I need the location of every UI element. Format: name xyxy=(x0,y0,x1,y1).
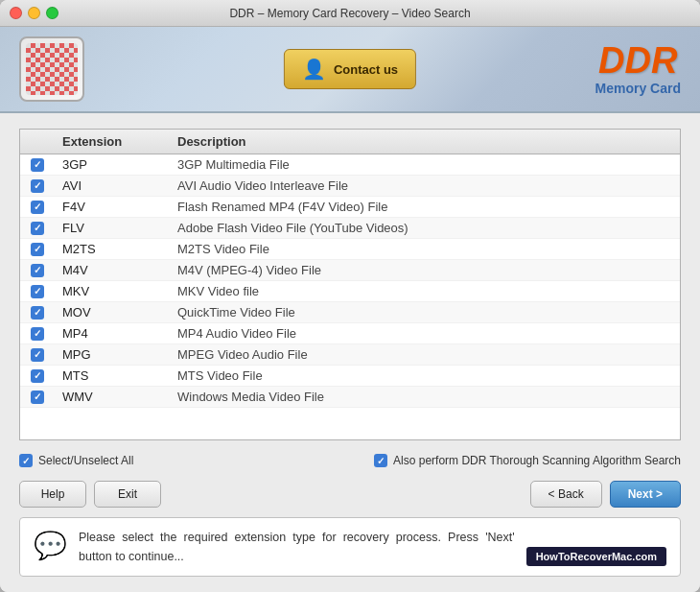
main-window: DDR – Memory Card Recovery – Video Searc… xyxy=(0,0,700,592)
row-checkbox-f4v[interactable] xyxy=(31,201,44,214)
bottom-controls: Select/Unselect All Also perform DDR Tho… xyxy=(19,450,681,471)
row-check-cell xyxy=(20,285,55,298)
row-extension: MPG xyxy=(55,347,170,362)
row-description: M4V (MPEG-4) Video File xyxy=(170,263,680,277)
row-checkbox-m4v[interactable] xyxy=(31,264,44,277)
row-description: QuickTime Video File xyxy=(170,305,680,320)
header: 👤 Contact us DDR Memory Card xyxy=(0,27,700,113)
row-description: Adobe Flash Video File (YouTube Videos) xyxy=(170,221,680,235)
row-check-cell xyxy=(20,158,55,172)
table-row: MTS MTS Video File xyxy=(20,366,680,387)
table-row: 3GP 3GP Multimedia File xyxy=(20,154,680,176)
contact-button[interactable]: 👤 Contact us xyxy=(284,49,416,89)
select-all-label: Select/Unselect All xyxy=(38,454,133,467)
file-type-table: Extension Description 3GP 3GP Multimedia… xyxy=(19,129,681,440)
row-checkbox-avi[interactable] xyxy=(31,179,44,193)
select-all-area: Select/Unselect All xyxy=(19,454,133,467)
close-button[interactable] xyxy=(10,7,22,19)
row-checkbox-mp4[interactable] xyxy=(31,327,44,341)
thorough-scan-label: Also perform DDR Thorough Scanning Algor… xyxy=(393,454,681,467)
row-description: MP4 Audio Video File xyxy=(170,326,680,341)
row-description: AVI Audio Video Interleave File xyxy=(170,178,680,193)
brand-subtitle: Memory Card xyxy=(595,81,681,96)
row-extension: WMV xyxy=(55,390,170,404)
window-title: DDR – Memory Card Recovery – Video Searc… xyxy=(229,7,470,20)
header-extension-col: Extension xyxy=(55,134,170,149)
back-button[interactable]: < Back xyxy=(530,481,602,508)
table-header: Extension Description xyxy=(20,130,680,154)
table-row: WMV Windows Media Video File xyxy=(20,387,680,408)
row-checkbox-wmv[interactable] xyxy=(31,391,44,404)
table-row: MPG MPEG Video Audio File xyxy=(20,344,680,366)
row-check-cell xyxy=(20,264,55,277)
right-buttons: < Back Next > xyxy=(530,481,681,508)
row-checkbox-m2ts[interactable] xyxy=(31,243,44,256)
table-row: M4V M4V (MPEG-4) Video File xyxy=(20,260,680,281)
table-row: F4V Flash Renamed MP4 (F4V Video) File xyxy=(20,197,680,218)
row-checkbox-3gp[interactable] xyxy=(31,158,44,172)
table-row: M2TS M2TS Video File xyxy=(20,239,680,260)
row-checkbox-mts[interactable] xyxy=(31,369,44,383)
row-description: 3GP Multimedia File xyxy=(170,157,680,172)
table-row: MOV QuickTime Video File xyxy=(20,302,680,323)
brand-name: DDR xyxy=(595,42,681,79)
header-check-col xyxy=(20,134,55,149)
watermark: HowToRecoverMac.com xyxy=(526,547,666,566)
title-bar: DDR – Memory Card Recovery – Video Searc… xyxy=(0,0,700,27)
info-text: Please select the required extension typ… xyxy=(79,528,515,566)
row-extension: M4V xyxy=(55,263,170,277)
left-buttons: Help Exit xyxy=(19,481,161,508)
row-extension: M2TS xyxy=(55,242,170,256)
row-check-cell xyxy=(20,391,55,404)
row-extension: 3GP xyxy=(55,157,170,172)
buttons-row: Help Exit < Back Next > xyxy=(19,481,681,508)
row-extension: MOV xyxy=(55,305,170,320)
row-check-cell xyxy=(20,222,55,235)
thorough-scan-area: Also perform DDR Thorough Scanning Algor… xyxy=(374,454,681,467)
row-check-cell xyxy=(20,201,55,214)
row-check-cell xyxy=(20,348,55,362)
maximize-button[interactable] xyxy=(46,7,58,19)
contact-icon: 👤 xyxy=(302,58,326,81)
row-extension: AVI xyxy=(55,178,170,193)
row-extension: MKV xyxy=(55,284,170,298)
row-description: Windows Media Video File xyxy=(170,390,680,404)
brand-area: DDR Memory Card xyxy=(595,42,681,96)
header-description-col: Description xyxy=(170,134,680,149)
row-check-cell xyxy=(20,243,55,256)
main-content: Extension Description 3GP 3GP Multimedia… xyxy=(0,113,700,592)
table-row: MKV MKV Video file xyxy=(20,281,680,302)
row-check-cell xyxy=(20,306,55,320)
row-extension: FLV xyxy=(55,221,170,235)
row-description: MPEG Video Audio File xyxy=(170,347,680,362)
row-check-cell xyxy=(20,179,55,193)
app-logo xyxy=(19,36,84,102)
row-checkbox-mpg[interactable] xyxy=(31,348,44,362)
contact-label: Contact us xyxy=(334,62,398,77)
speech-bubble-icon: 💬 xyxy=(34,530,67,561)
table-row: MP4 MP4 Audio Video File xyxy=(20,323,680,344)
exit-button[interactable]: Exit xyxy=(94,481,161,508)
thorough-scan-checkbox[interactable] xyxy=(374,454,387,467)
window-controls xyxy=(10,7,58,19)
next-button[interactable]: Next > xyxy=(610,481,681,508)
row-description: MTS Video File xyxy=(170,368,680,383)
help-button[interactable]: Help xyxy=(19,481,86,508)
row-description: Flash Renamed MP4 (F4V Video) File xyxy=(170,200,680,214)
row-extension: F4V xyxy=(55,200,170,214)
table-body: 3GP 3GP Multimedia File AVI AVI Audio Vi… xyxy=(20,154,680,408)
row-checkbox-mov[interactable] xyxy=(31,306,44,320)
table-row: AVI AVI Audio Video Interleave File xyxy=(20,176,680,197)
table-row: FLV Adobe Flash Video File (YouTube Vide… xyxy=(20,218,680,239)
row-check-cell xyxy=(20,369,55,383)
info-bar: 💬 Please select the required extension t… xyxy=(19,517,681,577)
row-check-cell xyxy=(20,327,55,341)
select-all-checkbox[interactable] xyxy=(19,454,33,467)
row-checkbox-flv[interactable] xyxy=(31,222,44,235)
row-extension: MP4 xyxy=(55,326,170,341)
row-checkbox-mkv[interactable] xyxy=(31,285,44,298)
minimize-button[interactable] xyxy=(28,7,40,19)
row-description: MKV Video file xyxy=(170,284,680,298)
row-description: M2TS Video File xyxy=(170,242,680,256)
logo-checkerboard xyxy=(26,43,78,95)
